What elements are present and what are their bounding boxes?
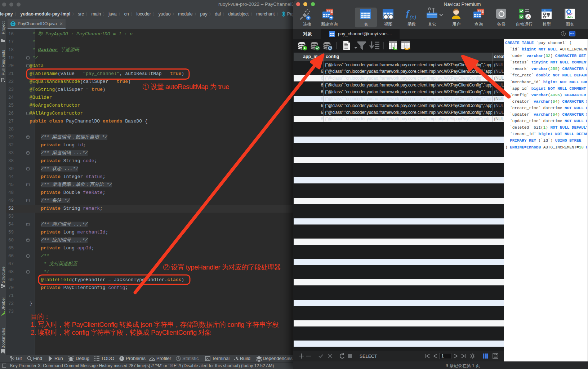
svg-text:(x): (x)	[410, 14, 416, 21]
svg-text:SELECT: SELECT	[360, 354, 377, 359]
svg-text:1: 1	[441, 354, 444, 359]
